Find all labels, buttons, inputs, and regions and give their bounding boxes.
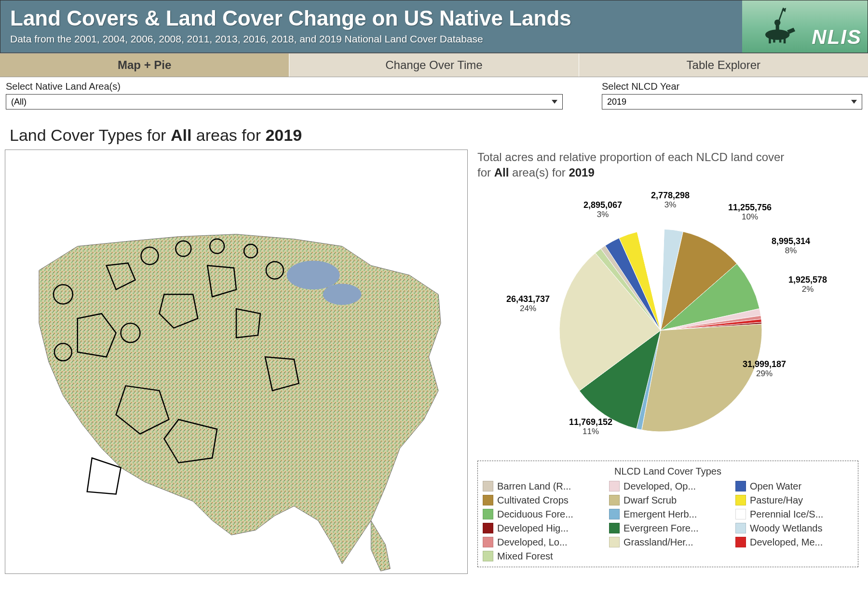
pie-label-grassland: 31,999,18729% <box>743 359 786 379</box>
page-subtitle: Data from the 2001, 2004, 2006, 2008, 20… <box>10 33 732 45</box>
filter-row: Select Native Land Area(s) (All) Select … <box>0 77 868 111</box>
legend-item[interactable]: Cultivated Crops <box>483 495 600 506</box>
legend-swatch <box>483 509 493 519</box>
legend-item[interactable]: Woody Wetlands <box>735 523 853 534</box>
legend-label: Cultivated Crops <box>497 495 569 506</box>
chart-title: Land Cover Types for All areas for 2019 <box>0 111 868 150</box>
pie-label-woody: 2,778,2983% <box>651 191 690 210</box>
pie-label-shrub: 26,431,73724% <box>506 294 550 314</box>
svg-rect-2 <box>784 34 786 43</box>
svg-rect-3 <box>773 34 775 42</box>
filter-area-group: Select Native Land Area(s) (All) <box>6 81 563 109</box>
filter-year-group: Select NLCD Year 2019 <box>602 81 862 109</box>
legend-swatch <box>735 495 746 505</box>
filter-area-dropdown[interactable]: (All) <box>6 94 563 109</box>
pie-label-deciduous: 8,995,3148% <box>772 236 810 256</box>
legend-swatch <box>483 495 493 505</box>
legend-swatch <box>609 509 620 519</box>
legend-label: Grassland/Her... <box>624 537 693 548</box>
tab-table-explorer[interactable]: Table Explorer <box>579 54 868 77</box>
legend-label: Developed Hig... <box>497 523 569 534</box>
legend-label: Emergent Herb... <box>624 509 697 520</box>
svg-rect-6 <box>776 24 779 31</box>
nlis-logo: NLIS <box>742 0 868 53</box>
legend-swatch <box>609 537 620 547</box>
pie-label-evergreen: 11,769,15211% <box>569 417 612 436</box>
legend-item[interactable]: Grassland/Her... <box>609 537 727 548</box>
pie-svg <box>473 186 849 456</box>
legend-item[interactable]: Developed, Me... <box>735 537 853 548</box>
legend-item[interactable]: Dwarf Scrub <box>609 495 727 506</box>
legend-item[interactable]: Developed, Lo... <box>483 537 600 548</box>
page-title: Land Covers & Land Cover Change on US Na… <box>10 6 732 30</box>
rider-icon <box>757 4 800 48</box>
nlis-text: NLIS <box>812 26 862 49</box>
content-row: Total acres and relative proportion of e… <box>0 150 868 579</box>
legend-item[interactable]: Developed Hig... <box>483 523 600 534</box>
header-bar: Land Covers & Land Cover Change on US Na… <box>0 0 868 53</box>
svg-rect-4 <box>779 34 782 42</box>
legend-swatch <box>609 523 620 533</box>
legend-label: Dwarf Scrub <box>624 495 677 506</box>
legend-item[interactable]: Perennial Ice/S... <box>735 509 853 520</box>
legend-label: Woody Wetlands <box>750 523 822 534</box>
legend-item[interactable]: Deciduous Fore... <box>483 509 600 520</box>
tab-change-over-time[interactable]: Change Over Time <box>289 54 579 77</box>
filter-year-label: Select NLCD Year <box>602 81 862 92</box>
legend-swatch <box>735 481 746 491</box>
svg-rect-1 <box>769 34 771 43</box>
legend-swatch <box>609 481 620 491</box>
legend-swatch <box>483 523 493 533</box>
legend-box: NLCD Land Cover Types Barren Land (R...D… <box>477 461 858 567</box>
legend-swatch <box>483 551 493 561</box>
filter-year-dropdown[interactable]: 2019 <box>602 94 862 109</box>
legend-item[interactable]: Developed, Op... <box>609 481 727 492</box>
legend-item[interactable]: Open Water <box>735 481 853 492</box>
legend-item[interactable]: Emergent Herb... <box>609 509 727 520</box>
header-text: Land Covers & Land Cover Change on US Na… <box>0 0 742 53</box>
legend-label: Developed, Lo... <box>497 537 568 548</box>
svg-point-13 <box>323 284 362 305</box>
legend-label: Barren Land (R... <box>497 481 571 492</box>
legend-swatch <box>483 537 493 547</box>
right-panel: Total acres and relative proportion of e… <box>473 150 863 574</box>
legend-swatch <box>735 509 746 519</box>
legend-grid: Barren Land (R...Developed, Op...Open Wa… <box>483 481 853 562</box>
pie-chart[interactable]: 31,999,18729% 26,431,73724% 11,769,15211… <box>473 186 849 456</box>
legend-label: Open Water <box>750 481 801 492</box>
legend-item[interactable]: Barren Land (R... <box>483 481 600 492</box>
legend-label: Mixed Forest <box>497 551 553 562</box>
tab-bar: Map + Pie Change Over Time Table Explore… <box>0 53 868 77</box>
legend-item[interactable]: Mixed Forest <box>483 551 600 562</box>
svg-point-12 <box>287 260 340 289</box>
tab-map-pie[interactable]: Map + Pie <box>0 54 289 77</box>
pie-title: Total acres and relative proportion of e… <box>473 150 863 186</box>
legend-label: Developed, Op... <box>624 481 696 492</box>
legend-label: Pasture/Hay <box>750 495 803 506</box>
legend-label: Evergreen Fore... <box>624 523 699 534</box>
legend-swatch <box>483 481 493 491</box>
legend-label: Developed, Me... <box>750 537 823 548</box>
legend-swatch <box>735 523 746 533</box>
legend-item[interactable]: Pasture/Hay <box>735 495 853 506</box>
legend-swatch <box>609 495 620 505</box>
pie-label-crops: 11,255,75610% <box>728 203 772 222</box>
legend-label: Perennial Ice/S... <box>750 509 823 520</box>
legend-swatch <box>735 537 746 547</box>
legend-label: Deciduous Fore... <box>497 509 573 520</box>
map-panel[interactable] <box>5 150 468 574</box>
filter-area-label: Select Native Land Area(s) <box>6 81 563 92</box>
legend-title: NLCD Land Cover Types <box>483 464 853 481</box>
pie-label-pasture: 2,895,0673% <box>583 200 622 219</box>
legend-item[interactable]: Evergreen Fore... <box>609 523 727 534</box>
us-map-svg <box>5 150 467 573</box>
pie-label-developed: 1,925,5782% <box>788 275 827 294</box>
